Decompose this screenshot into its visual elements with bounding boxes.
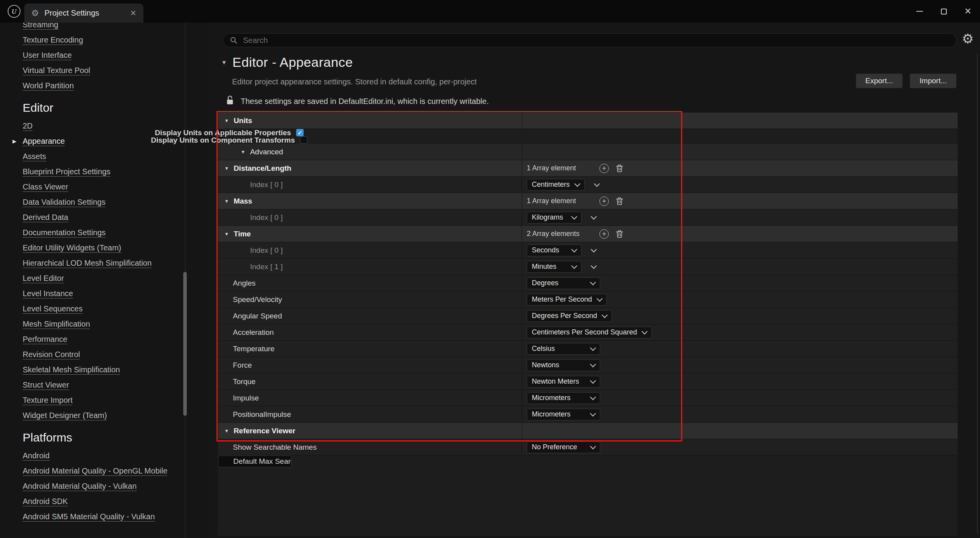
sidebar-item-assets[interactable]: Assets xyxy=(23,149,209,164)
tab-close-icon[interactable]: ✕ xyxy=(130,9,136,18)
row-units[interactable]: ▼Units xyxy=(218,113,958,129)
settings-gear-icon[interactable]: ⚙ xyxy=(962,32,974,45)
row-reference-viewer[interactable]: ▼Reference Viewer xyxy=(218,423,958,439)
row-advanced[interactable]: ▼Advanced xyxy=(218,144,958,160)
chevron-down-icon xyxy=(642,328,648,334)
checkbox-display-units-on-component-transforms[interactable] xyxy=(300,136,308,144)
sidebar-item-label: Appearance xyxy=(23,137,65,146)
row-index-0: Index [ 0 ]Centimeters xyxy=(218,177,958,193)
dropdown-newton-meters[interactable]: Newton Meters xyxy=(527,376,600,388)
dropdown-no-preference[interactable]: No Preference xyxy=(527,441,600,453)
sidebar-item-world-partition[interactable]: World Partition xyxy=(23,78,209,93)
sidebar-item-label: Texture Import xyxy=(23,396,73,405)
page-title: Editor - Appearance xyxy=(232,55,353,70)
maximize-icon xyxy=(941,9,947,14)
sidebar-item-texture-import[interactable]: Texture Import xyxy=(23,393,209,408)
category-label: Mass xyxy=(234,197,252,206)
sidebar-item-data-validation-settings[interactable]: Data Validation Settings xyxy=(23,195,209,210)
dropdown-micrometers[interactable]: Micrometers xyxy=(527,392,600,404)
sidebar-item-class-viewer[interactable]: Class Viewer xyxy=(23,179,209,195)
row-mass[interactable]: ▼Mass1 Array element+ xyxy=(218,193,958,209)
delete-elements-icon[interactable] xyxy=(616,164,623,172)
chevron-down-icon[interactable] xyxy=(591,263,597,269)
sidebar-item-label: Mesh Simplification xyxy=(23,320,90,329)
row-acceleration: AccelerationCentimeters Per Second Squar… xyxy=(218,324,958,341)
maximize-button[interactable] xyxy=(932,0,956,23)
sidebar-item-derived-data[interactable]: Derived Data xyxy=(23,210,209,225)
sidebar-section-platforms: Platforms xyxy=(23,429,209,447)
dropdown-minutes[interactable]: Minutes xyxy=(527,261,581,273)
dropdown-degrees-per-second[interactable]: Degrees Per Second xyxy=(527,310,612,322)
sidebar-item-level-editor[interactable]: Level Editor xyxy=(23,271,209,286)
sidebar-item-mesh-simplification[interactable]: Mesh Simplification xyxy=(23,316,209,332)
project-settings-tab[interactable]: ⚙ Project Settings ✕ xyxy=(24,4,143,23)
sidebar-item-label: Android SM5 Material Quality - Vulkan xyxy=(23,512,155,521)
add-element-icon[interactable]: + xyxy=(599,197,609,206)
close-button[interactable]: ✕ xyxy=(956,0,980,23)
sidebar-item-texture-encoding[interactable]: Texture Encoding xyxy=(23,32,209,48)
sidebar-item-blueprint-project-settings[interactable]: Blueprint Project Settings xyxy=(23,164,209,179)
unreal-engine-logo-icon[interactable]: U xyxy=(7,4,21,18)
dropdown-centimeters[interactable]: Centimeters xyxy=(527,179,585,191)
dropdown-newtons[interactable]: Newtons xyxy=(527,359,600,371)
sidebar-item-label: Android Material Quality - OpenGL Mobile xyxy=(23,467,168,475)
sidebar-item-android-material-quality-opengl-mobile[interactable]: Android Material Quality - OpenGL Mobile xyxy=(23,463,209,479)
sidebar-item-android-sdk[interactable]: Android SDK xyxy=(23,494,209,509)
import-button[interactable]: Import... xyxy=(910,73,957,88)
sidebar-item-documentation-settings[interactable]: Documentation Settings xyxy=(23,225,209,240)
row-value-cell: Micrometers xyxy=(522,390,958,406)
sidebar-item-performance[interactable]: Performance xyxy=(23,332,209,347)
sidebar-item-skeletal-mesh-simplification[interactable]: Skeletal Mesh Simplification xyxy=(23,362,209,377)
row-impulse: ImpulseMicrometers xyxy=(218,390,958,406)
row-index-0: Index [ 0 ]Seconds xyxy=(218,242,958,259)
dropdown-value: Centimeters Per Second Squared xyxy=(532,328,637,336)
row-distance-length[interactable]: ▼Distance/Length1 Array element+ xyxy=(218,160,958,177)
add-element-icon[interactable]: + xyxy=(599,229,609,239)
export-button[interactable]: Export... xyxy=(856,73,903,88)
sidebar-item-struct-viewer[interactable]: Struct Viewer xyxy=(23,377,209,393)
dropdown-value: Degrees xyxy=(532,279,558,287)
delete-elements-icon[interactable] xyxy=(616,197,623,205)
sidebar-item-user-interface[interactable]: User Interface xyxy=(23,48,209,63)
sidebar-item-revision-control[interactable]: Revision Control xyxy=(23,347,209,362)
row-value-cell: Micrometers xyxy=(522,406,958,422)
sidebar-item-label: World Partition xyxy=(23,81,74,90)
search-input[interactable] xyxy=(242,36,950,45)
sidebar-item-level-sequences[interactable]: Level Sequences xyxy=(23,301,209,316)
sidebar-scrollbar-thumb[interactable] xyxy=(183,272,187,416)
sidebar-item-streaming[interactable]: Streaming xyxy=(23,23,209,32)
sidebar-item-virtual-texture-pool[interactable]: Virtual Texture Pool xyxy=(23,63,209,78)
dropdown-centimeters-per-second-squared[interactable]: Centimeters Per Second Squared xyxy=(527,327,652,338)
sidebar-item-level-instance[interactable]: Level Instance xyxy=(23,286,209,301)
sidebar-item-hierarchical-lod-mesh-simplification[interactable]: Hierarchical LOD Mesh Simplification xyxy=(23,256,209,271)
row-positionalimpulse: PositionalImpulseMicrometers xyxy=(218,406,958,423)
svg-text:U: U xyxy=(12,8,17,15)
dropdown-seconds[interactable]: Seconds xyxy=(527,245,581,256)
main-scrollbar[interactable] xyxy=(977,54,978,533)
dropdown-micrometers[interactable]: Micrometers xyxy=(527,409,600,420)
chevron-down-icon[interactable] xyxy=(594,181,600,187)
minimize-button[interactable] xyxy=(907,0,932,23)
row-time[interactable]: ▼Time2 Array elements+ xyxy=(218,226,958,242)
chevron-down-icon[interactable] xyxy=(591,246,597,252)
sidebar-item-android-material-quality-vulkan[interactable]: Android Material Quality - Vulkan xyxy=(23,479,209,494)
property-label: Acceleration xyxy=(233,328,274,337)
checkbox-display-units-on-applicable-properties[interactable]: ✓ xyxy=(296,129,304,136)
add-element-icon[interactable]: + xyxy=(599,164,609,173)
sidebar-item-editor-utility-widgets-team[interactable]: Editor Utility Widgets (Team) xyxy=(23,240,209,256)
sidebar-item-label: Struct Viewer xyxy=(23,381,69,390)
chevron-down-icon[interactable] xyxy=(591,213,597,220)
sidebar-item-android-sm5-material-quality-vulkan[interactable]: Android SM5 Material Quality - Vulkan xyxy=(23,509,209,524)
dropdown-degrees[interactable]: Degrees xyxy=(527,277,600,289)
collapse-triangle-icon[interactable]: ▼ xyxy=(221,59,227,66)
sidebar-item-android[interactable]: Android xyxy=(23,448,209,463)
dropdown-celsius[interactable]: Celsius xyxy=(527,343,600,355)
delete-elements-icon[interactable] xyxy=(616,230,623,238)
triangle-down-icon: ▼ xyxy=(224,198,229,204)
row-temperature: TemperatureCelsius xyxy=(218,341,958,357)
dropdown-kilograms[interactable]: Kilograms xyxy=(527,212,581,223)
sidebar-item-label: Level Sequences xyxy=(23,304,82,313)
dropdown-value: Newton Meters xyxy=(532,377,579,386)
sidebar-item-widget-designer-team[interactable]: Widget Designer (Team) xyxy=(23,408,209,423)
dropdown-meters-per-second[interactable]: Meters Per Second xyxy=(527,294,607,306)
